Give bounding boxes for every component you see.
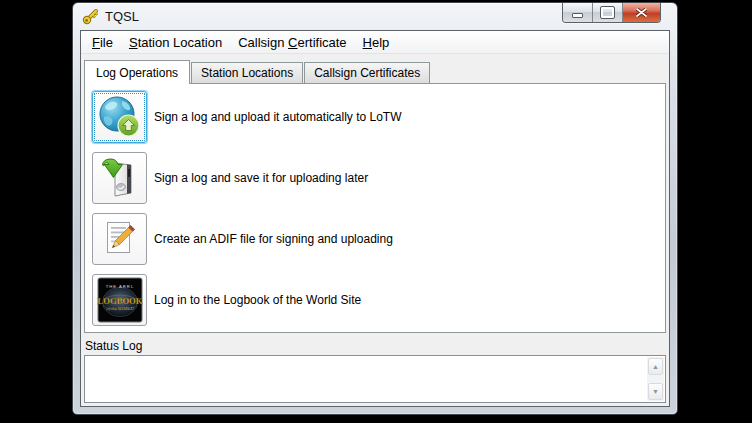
action-row-create-adif: Create an ADIF file for signing and uplo… — [92, 213, 658, 265]
menu-station-location[interactable]: Station Location — [121, 33, 230, 52]
sign-save-button[interactable] — [92, 152, 147, 204]
menu-callsign-certificate[interactable]: Callsign Certificate — [230, 33, 354, 52]
svg-text:of the WORLD: of the WORLD — [106, 306, 134, 311]
svg-text:THE ARRL: THE ARRL — [105, 284, 133, 289]
tqsl-window: TQSL File Station Location Callsign Cert… — [72, 2, 678, 415]
tab-station-locations[interactable]: Station Locations — [191, 62, 303, 83]
globe-upload-icon — [98, 95, 142, 139]
dialog-body: Log Operations Station Locations Callsig… — [81, 54, 669, 406]
sign-save-icon — [98, 156, 142, 200]
create-adif-button[interactable] — [92, 213, 147, 265]
menu-help[interactable]: Help — [355, 33, 398, 52]
lotw-login-label: Log in to the Logbook of the World Site — [154, 293, 361, 307]
status-log-textarea[interactable]: ▲ ▼ — [84, 355, 666, 403]
status-log-scrollbar[interactable]: ▲ ▼ — [647, 357, 664, 401]
minimize-icon — [572, 13, 583, 18]
scroll-down-icon[interactable]: ▼ — [648, 383, 663, 400]
tab-callsign-certificates[interactable]: Callsign Certificates — [304, 62, 430, 83]
window-title: TQSL — [105, 9, 139, 24]
maximize-icon — [601, 7, 614, 18]
title-bar[interactable]: TQSL — [73, 3, 677, 30]
action-row-sign-save: Sign a log and save it for uploading lat… — [92, 152, 658, 204]
screen: TQSL File Station Location Callsign Cert… — [0, 0, 752, 423]
log-operations-panel: Sign a log and upload it automatically t… — [84, 83, 666, 333]
menu-file[interactable]: File — [84, 33, 121, 52]
menu-bar: File Station Location Callsign Certifica… — [81, 31, 669, 54]
sign-save-label: Sign a log and save it for uploading lat… — [154, 171, 368, 185]
lotw-logo-icon: THE ARRL LOGBOOK of the WORLD — [97, 277, 143, 323]
scroll-up-icon[interactable]: ▲ — [648, 358, 663, 375]
svg-text:LOGBOOK: LOGBOOK — [97, 296, 142, 306]
tab-strip: Log Operations Station Locations Callsig… — [84, 60, 667, 83]
action-row-lotw-login: THE ARRL LOGBOOK of the WORLD Log in to … — [92, 274, 658, 326]
close-button[interactable] — [622, 3, 660, 22]
client-area: File Station Location Callsign Certifica… — [80, 30, 670, 407]
lotw-login-button[interactable]: THE ARRL LOGBOOK of the WORLD — [92, 274, 147, 326]
sign-upload-button[interactable] — [92, 91, 147, 143]
status-log-label: Status Log — [85, 339, 665, 353]
maximize-button[interactable] — [592, 3, 622, 22]
action-row-sign-upload: Sign a log and upload it automatically t… — [92, 91, 658, 143]
adif-edit-icon — [98, 217, 142, 261]
close-icon — [636, 8, 647, 17]
sign-upload-label: Sign a log and upload it automatically t… — [154, 110, 401, 124]
key-icon — [82, 8, 99, 25]
create-adif-label: Create an ADIF file for signing and uplo… — [154, 232, 393, 246]
caption-buttons — [562, 3, 661, 23]
tab-log-operations[interactable]: Log Operations — [84, 60, 190, 84]
minimize-button[interactable] — [563, 3, 592, 22]
